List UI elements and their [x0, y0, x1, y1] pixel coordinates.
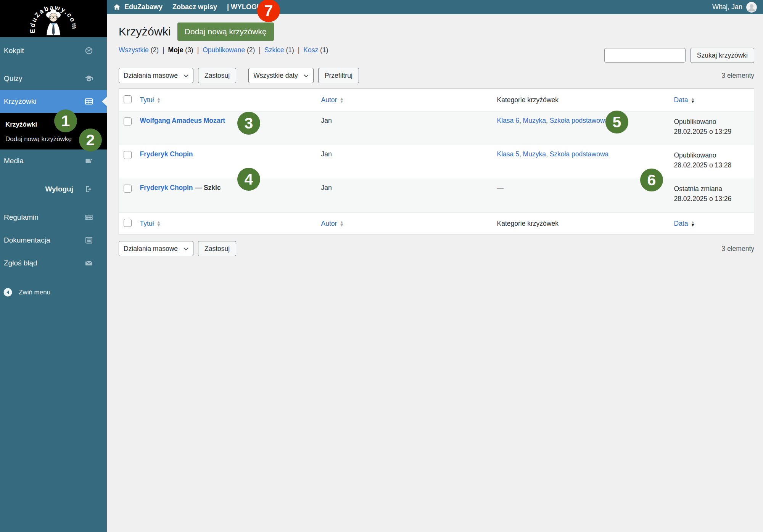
sidebar-item-kokpit[interactable]: Kokpit: [0, 39, 107, 62]
draft-suffix: — Szkic: [195, 184, 221, 191]
crossword-table-icon: [84, 96, 94, 106]
date-value: 28.02.2025 o 13:28: [674, 160, 750, 170]
sidebar-item-regulamin[interactable]: Regulamin: [0, 206, 107, 229]
filter-separator: |: [163, 46, 164, 54]
sidebar-item-label: Quizy: [4, 74, 23, 83]
column-header-author[interactable]: Autor▲▼: [321, 96, 344, 104]
annotation-badge-1: 1: [54, 109, 77, 132]
sidebar-item-dokumentacja[interactable]: Dokumentacja: [0, 229, 107, 252]
sidebar-item-label: Media: [4, 157, 24, 165]
graduation-cap-icon: [84, 74, 94, 84]
crossword-title-link[interactable]: Fryderyk Chopin: [140, 184, 193, 191]
site-logo[interactable]: EduZabawy.com: [0, 0, 107, 37]
column-header-author[interactable]: Autor▲▼: [321, 220, 344, 228]
mail-icon: [84, 258, 94, 268]
sidebar: EduZabawy.com Kokpit Quizy: [0, 0, 107, 532]
add-new-crossword-button[interactable]: Dodaj nową krzyżówkę: [177, 23, 274, 41]
category-link[interactable]: Muzyka: [523, 117, 546, 124]
annotation-badge-4: 4: [237, 168, 260, 191]
topbar-view-posts-link[interactable]: Zobacz wpisy: [172, 3, 217, 11]
column-label: Autor: [321, 220, 337, 228]
media-icon: [84, 156, 94, 166]
filter-label: Szkice: [264, 46, 284, 54]
sidebar-item-media[interactable]: Media: [0, 149, 107, 172]
crosswords-table: Tytuł▲▼ Autor▲▼ Kategorie krzyżówek Data…: [119, 88, 754, 235]
annotation-badge-7: 7: [257, 0, 280, 22]
filter-button[interactable]: Przefiltruj: [318, 68, 359, 83]
row-checkbox[interactable]: [124, 185, 132, 193]
date-cell: Opublikowano 28.02.2025 o 13:28: [670, 145, 754, 178]
filter-count: (2): [151, 46, 159, 54]
crossword-title-link[interactable]: Fryderyk Chopin: [140, 150, 193, 158]
sidebar-item-label: Kokpit: [4, 47, 24, 55]
bottom-toolbar: Działania masowe Zastosuj 3 elementy: [119, 241, 754, 256]
collapse-menu-button[interactable]: Zwiń menu: [0, 288, 107, 297]
empty-categories-dash: —: [497, 184, 504, 191]
chevron-down-icon: [184, 246, 188, 251]
sidebar-menu: Kokpit Quizy Krzyżówki Krzyżówki: [0, 37, 107, 275]
sidebar-item-label: Regulamin: [4, 213, 39, 222]
professor-logo-icon: EduZabawy.com: [23, 0, 84, 37]
column-header-date[interactable]: Data▲▼: [674, 220, 695, 228]
search-input[interactable]: [604, 48, 686, 63]
admin-screen: EduZabawy.com Kokpit Quizy: [0, 0, 763, 532]
main-content: Krzyżówki Dodaj nową krzyżówkę Wszystkie…: [107, 14, 763, 532]
column-header-date[interactable]: Data▲▼: [674, 96, 695, 104]
dashboard-icon: [84, 46, 94, 56]
select-all-checkbox[interactable]: [124, 219, 132, 227]
category-link[interactable]: Szkoła podstawowa: [550, 150, 609, 158]
filter-moje[interactable]: Moje (3): [168, 46, 193, 54]
topbar-profile-link[interactable]: Witaj, Jan: [712, 2, 757, 13]
filter-label: Wszystkie: [119, 46, 149, 54]
bulk-actions-select[interactable]: Działania masowe: [119, 68, 193, 83]
chevron-down-icon: [304, 72, 309, 77]
category-link[interactable]: Klasa 6: [497, 117, 519, 124]
search-box: Szukaj krzyżówki: [604, 48, 754, 63]
sidebar-item-krzyzowki[interactable]: Krzyżówki: [0, 90, 107, 113]
bulk-actions-label: Działania masowe: [124, 245, 178, 253]
filter-szkice[interactable]: Szkice (1): [264, 46, 294, 54]
author-cell: Jan: [317, 145, 493, 178]
filter-count: (1): [320, 46, 328, 54]
filter-label: Moje: [168, 46, 184, 54]
filter-kosz[interactable]: Kosz (1): [303, 46, 328, 54]
sidebar-item-label: Wyloguj: [45, 185, 73, 193]
column-header-title[interactable]: Tytuł▲▼: [140, 96, 161, 104]
apply-button-bottom[interactable]: Zastosuj: [198, 241, 236, 256]
date-filter-select[interactable]: Wszystkie daty: [248, 68, 314, 83]
topbar: EduZabawy Zobacz wpisy | WYLOGUJ | Witaj…: [107, 0, 763, 14]
category-link[interactable]: Szkoła podstawowa: [550, 117, 609, 124]
sort-arrows-icon: ▲▼: [691, 97, 695, 103]
date-value: 28.02.2025 o 13:29: [674, 127, 750, 137]
category-link[interactable]: Muzyka: [523, 150, 546, 158]
items-count: 3 elementy: [721, 72, 754, 80]
column-header-title[interactable]: Tytuł▲▼: [140, 220, 161, 228]
date-status: Opublikowano: [674, 117, 750, 127]
row-checkbox[interactable]: [124, 117, 132, 125]
greeting-label: Witaj, Jan: [712, 3, 742, 11]
row-checkbox[interactable]: [124, 151, 132, 159]
sidebar-item-quizy[interactable]: Quizy: [0, 67, 107, 90]
page-title: Krzyżówki: [119, 25, 171, 38]
author-cell: Jan: [317, 178, 493, 212]
filter-separator: |: [298, 46, 300, 54]
filter-separator: |: [259, 46, 261, 54]
sort-arrows-icon: ▲▼: [156, 97, 161, 103]
filter-opublikowane[interactable]: Opublikowane (2): [203, 46, 255, 54]
top-toolbar: Działania masowe Zastosuj Wszystkie daty…: [119, 68, 754, 83]
filter-wszystkie[interactable]: Wszystkie (2): [119, 46, 159, 54]
topbar-site-link[interactable]: EduZabawy: [113, 3, 163, 11]
page-header: Krzyżówki Dodaj nową krzyżówkę: [119, 23, 754, 41]
bulk-actions-select-bottom[interactable]: Działania masowe: [119, 241, 193, 256]
table-row: Wolfgang Amadeus Mozart Jan Klasa 6, Muz…: [119, 111, 754, 145]
date-status: Ostatnia zmiana: [674, 184, 750, 194]
date-cell: Ostatnia zmiana 28.02.2025 o 13:26: [670, 178, 754, 212]
column-label: Tytuł: [140, 96, 154, 104]
search-button[interactable]: Szukaj krzyżówki: [691, 48, 754, 63]
apply-button[interactable]: Zastosuj: [198, 68, 236, 83]
sidebar-item-zglos-blad[interactable]: Zgłoś błąd: [0, 252, 107, 275]
crossword-title-link[interactable]: Wolfgang Amadeus Mozart: [140, 117, 225, 124]
select-all-checkbox[interactable]: [124, 95, 132, 103]
sidebar-item-wyloguj[interactable]: Wyloguj: [0, 178, 107, 201]
category-link[interactable]: Klasa 5: [497, 150, 519, 158]
